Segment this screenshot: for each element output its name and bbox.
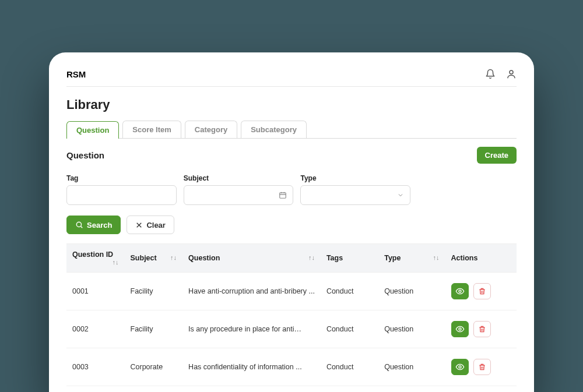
svg-line-3 (81, 227, 83, 228)
sort-icon: ↑↓ (433, 254, 440, 261)
page-title: Library (66, 97, 517, 112)
delete-button[interactable] (473, 283, 491, 299)
tab-question[interactable]: Question (66, 121, 119, 139)
col-actions: Actions (445, 244, 517, 273)
row-actions (451, 359, 511, 375)
search-icon (75, 221, 83, 229)
filter-type-select[interactable] (300, 185, 410, 205)
col-id[interactable]: Question ID↑↓ (66, 244, 125, 273)
brand-text: RSM (66, 69, 86, 79)
sort-icon: ↑↓ (170, 254, 177, 261)
delete-button[interactable] (473, 321, 491, 337)
table-body: 0001 Facility Have anti-corruption and a… (66, 273, 517, 386)
bell-icon[interactable] (485, 69, 496, 79)
calendar-icon (279, 191, 287, 199)
filter-buttons: Search Clear (66, 216, 517, 234)
cell-tags: Conduct (321, 348, 378, 386)
col-type[interactable]: Type↑↓ (378, 244, 445, 273)
search-label: Search (87, 221, 112, 229)
cell-tags: Conduct (321, 310, 378, 348)
svg-point-7 (459, 328, 461, 330)
table-header-row: Question ID↑↓ Subject↑↓ Question↑↓ Tags … (66, 244, 517, 273)
tab-subcategory[interactable]: Subcategory (241, 121, 307, 138)
cell-id: 0002 (66, 310, 125, 348)
table-row: 0003 Corporate Has confidentiality of in… (66, 348, 517, 386)
svg-point-2 (76, 222, 81, 227)
section-header: Question Create (66, 147, 517, 164)
topbar: RSM (66, 69, 517, 87)
view-button[interactable] (451, 283, 469, 299)
filter-type: Type (300, 174, 410, 205)
table-row: 0001 Facility Have anti-corruption and a… (66, 273, 517, 310)
cell-type: Question (378, 273, 445, 310)
col-subject[interactable]: Subject↑↓ (125, 244, 183, 273)
cell-type: Question (378, 310, 445, 348)
filter-subject: Subject (184, 174, 294, 205)
svg-point-8 (459, 366, 461, 368)
tab-category[interactable]: Category (185, 121, 237, 138)
filter-tag: Tag (66, 174, 177, 205)
cell-id: 0003 (66, 348, 125, 386)
col-tags: Tags (321, 244, 378, 273)
cell-subject: Facility (125, 273, 183, 310)
table-row: 0002 Facility Is any procedure in place … (66, 310, 517, 348)
close-icon (135, 221, 143, 229)
svg-rect-1 (280, 193, 286, 198)
cell-question: Is any procedure in place for anti… (182, 310, 321, 348)
cell-type: Question (378, 348, 445, 386)
tabs: Question Score Item Category Subcategory (66, 121, 517, 139)
topbar-actions (485, 69, 517, 79)
filters-row: Tag Subject Type (66, 174, 517, 205)
section-title: Question (66, 150, 104, 160)
delete-button[interactable] (473, 359, 491, 375)
filter-tag-label: Tag (66, 174, 177, 182)
filter-tag-input[interactable] (66, 185, 177, 205)
tab-score-item[interactable]: Score Item (122, 121, 181, 138)
svg-point-0 (510, 70, 513, 74)
clear-button[interactable]: Clear (127, 216, 174, 234)
view-button[interactable] (451, 359, 469, 375)
sort-icon: ↑↓ (113, 259, 119, 266)
sort-icon: ↑↓ (308, 254, 315, 261)
row-actions (451, 283, 511, 299)
filter-subject-label: Subject (184, 174, 294, 182)
create-button[interactable]: Create (477, 147, 517, 164)
cell-question: Have anti-corruption and anti-bribery ..… (182, 273, 321, 310)
cell-subject: Corporate (125, 348, 183, 386)
row-actions (451, 321, 511, 337)
cell-question: Has confidentiality of information ... (182, 348, 321, 386)
cell-id: 0001 (66, 273, 125, 310)
user-icon[interactable] (506, 69, 517, 79)
svg-point-6 (459, 290, 461, 292)
cell-subject: Facility (125, 310, 183, 348)
chevron-down-icon (397, 192, 404, 199)
clear-label: Clear (146, 221, 166, 229)
filter-type-label: Type (300, 174, 410, 182)
cell-tags: Conduct (321, 273, 378, 310)
filter-subject-input[interactable] (184, 185, 294, 205)
search-button[interactable]: Search (66, 216, 121, 234)
filter-spacer (417, 174, 517, 205)
col-question[interactable]: Question↑↓ (182, 244, 321, 273)
app-panel: RSM Library Question Score Item Category… (49, 52, 534, 392)
questions-table: Question ID↑↓ Subject↑↓ Question↑↓ Tags … (66, 243, 517, 386)
view-button[interactable] (451, 321, 469, 337)
